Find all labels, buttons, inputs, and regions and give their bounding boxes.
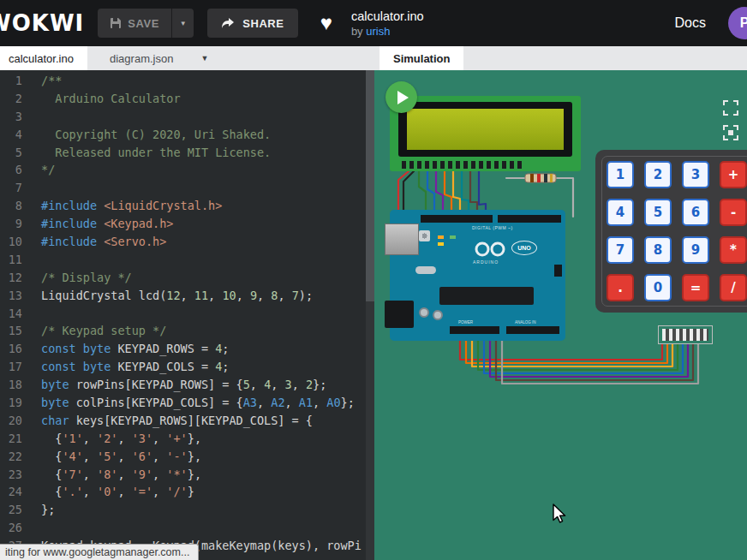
keypad-key-4[interactable]: 4 bbox=[607, 199, 634, 226]
code-line: /* Display */ bbox=[41, 269, 362, 287]
line-number: 11 bbox=[0, 251, 22, 269]
line-number: 4 bbox=[0, 126, 22, 144]
keypad-key-9[interactable]: 9 bbox=[682, 236, 709, 264]
code-line: Copyright (C) 2020, Uri Shaked. bbox=[41, 126, 362, 144]
lcd-display[interactable] bbox=[390, 96, 581, 171]
line-number: 26 bbox=[0, 519, 22, 537]
line-number: 13 bbox=[0, 287, 22, 305]
browser-status-bubble: iting for www.googletagmanager.com... bbox=[0, 544, 199, 560]
keypad-key-1[interactable]: 1 bbox=[607, 161, 634, 188]
wokwi-app: WOKWI SAVE ▼ SHARE ♥ calculator.ino bbox=[0, 0, 747, 560]
keypad-connector bbox=[658, 325, 713, 344]
editor-scrollbar-thumb[interactable] bbox=[366, 70, 374, 301]
keypad-key-*[interactable]: * bbox=[720, 236, 747, 264]
code-line bbox=[41, 179, 362, 197]
mouse-cursor-icon bbox=[550, 503, 571, 525]
keypad-key-8[interactable]: 8 bbox=[644, 236, 672, 264]
fullscreen-icon[interactable] bbox=[722, 99, 739, 116]
play-button[interactable] bbox=[385, 81, 417, 113]
favorite-heart-icon[interactable]: ♥ bbox=[320, 13, 332, 33]
project-author-link[interactable]: urish bbox=[366, 25, 390, 38]
keypad[interactable]: 123+456-789*.0=/ bbox=[595, 150, 747, 313]
lcd-pin-header bbox=[402, 161, 522, 169]
line-number: 15 bbox=[0, 322, 22, 340]
save-button[interactable]: SAVE bbox=[98, 9, 171, 38]
line-number: 20 bbox=[0, 412, 22, 430]
tx-led bbox=[438, 235, 444, 239]
arduino-brand-label: ARDUINO bbox=[473, 259, 499, 265]
keypad-key-3[interactable]: 3 bbox=[682, 161, 709, 188]
top-bar: WOKWI SAVE ▼ SHARE ♥ calculator.ino bbox=[0, 0, 747, 46]
chevron-down-icon: ▼ bbox=[201, 54, 209, 63]
code-line: #include <Keypad.h> bbox=[41, 215, 362, 233]
capacitor bbox=[433, 310, 443, 320]
split-view-icon[interactable] bbox=[722, 124, 739, 141]
arduino-board[interactable]: DIGITAL (PWM ~) UNO ARDUINO POWER ANALOG… bbox=[390, 210, 565, 341]
digital-pin-header bbox=[498, 215, 561, 223]
code-line: byte rowPins[KEYPAD_ROWS] = {5, 4, 3, 2}… bbox=[41, 376, 362, 394]
capacitor bbox=[419, 307, 429, 318]
crystal-oscillator bbox=[415, 266, 436, 274]
tab-calculator-ino[interactable]: calculator.ino bbox=[0, 46, 87, 70]
keypad-key-7[interactable]: 7 bbox=[607, 236, 634, 264]
rx-led bbox=[438, 242, 444, 246]
docs-link[interactable]: Docs bbox=[675, 15, 706, 31]
usb-connector bbox=[385, 223, 419, 255]
line-number: 22 bbox=[0, 448, 22, 466]
line-number: 25 bbox=[0, 501, 22, 519]
save-button-group: SAVE ▼ bbox=[98, 9, 194, 38]
code-line bbox=[41, 305, 362, 323]
code-editor[interactable]: 1234567891011121314151617181920212223242… bbox=[0, 70, 374, 560]
code-line: {'.', '0', '=', '/'} bbox=[41, 483, 362, 501]
uno-label: UNO bbox=[511, 241, 537, 255]
analog-pin-header bbox=[506, 326, 559, 334]
keypad-key--[interactable]: - bbox=[720, 199, 747, 226]
keypad-key-.[interactable]: . bbox=[607, 274, 634, 301]
code-line: #include <Servo.h> bbox=[41, 233, 362, 251]
save-button-label: SAVE bbox=[128, 17, 159, 30]
wokwi-logo[interactable]: WOKWI bbox=[0, 10, 84, 36]
analog-label: ANALOG IN bbox=[515, 320, 536, 325]
share-button[interactable]: SHARE bbox=[207, 9, 298, 38]
project-title-block: calculator.ino by urish bbox=[351, 9, 424, 38]
editor-scrollbar[interactable] bbox=[366, 70, 374, 560]
play-icon bbox=[397, 91, 409, 104]
save-dropdown-button[interactable]: ▼ bbox=[171, 9, 194, 38]
code-line: const byte KEYPAD_ROWS = 4; bbox=[41, 340, 362, 358]
keypad-key-0[interactable]: 0 bbox=[644, 274, 672, 301]
tab-list-caret[interactable]: ▼ bbox=[195, 46, 214, 70]
digital-pin-header bbox=[421, 215, 493, 223]
tab-strip: calculator.ino diagram.json ▼ Simulation bbox=[0, 46, 747, 70]
keypad-key-=[interactable]: = bbox=[682, 274, 709, 301]
resistor[interactable] bbox=[525, 174, 556, 182]
keypad-key-/[interactable]: / bbox=[720, 274, 747, 301]
code-line: char keys[KEYPAD_ROWS][KEYPAD_COLS] = { bbox=[41, 412, 362, 430]
line-number: 1 bbox=[0, 72, 22, 90]
user-avatar[interactable]: P bbox=[728, 7, 747, 39]
keypad-key-+[interactable]: + bbox=[720, 161, 747, 188]
code-line: LiquidCrystal lcd(12, 11, 10, 9, 8, 7); bbox=[41, 287, 362, 305]
keypad-key-2[interactable]: 2 bbox=[644, 161, 672, 188]
power-jack bbox=[385, 301, 414, 328]
share-button-label: SHARE bbox=[242, 17, 284, 30]
tab-simulation[interactable]: Simulation bbox=[379, 46, 463, 70]
line-number: 23 bbox=[0, 466, 22, 484]
share-icon bbox=[221, 17, 235, 29]
project-title: calculator.ino bbox=[351, 9, 424, 23]
power-label: POWER bbox=[458, 320, 473, 325]
code-line bbox=[41, 108, 362, 126]
reset-button[interactable] bbox=[419, 230, 430, 241]
tab-diagram-json[interactable]: diagram.json bbox=[96, 46, 187, 70]
line-number: 10 bbox=[0, 233, 22, 251]
code-line: const byte KEYPAD_COLS = 4; bbox=[41, 358, 362, 376]
simulation-toolbar bbox=[722, 99, 739, 141]
line-number: 3 bbox=[0, 108, 22, 126]
icsp-header bbox=[554, 265, 562, 277]
line-number: 6 bbox=[0, 161, 22, 179]
code-line: byte colPins[KEYPAD_COLS] = {A3, A2, A1,… bbox=[41, 394, 362, 412]
keypad-grid: 123+456-789*.0=/ bbox=[607, 161, 747, 301]
keypad-key-6[interactable]: 6 bbox=[682, 199, 709, 226]
line-number: 19 bbox=[0, 394, 22, 412]
arduino-infinity-logo bbox=[472, 241, 510, 258]
keypad-key-5[interactable]: 5 bbox=[644, 199, 672, 226]
